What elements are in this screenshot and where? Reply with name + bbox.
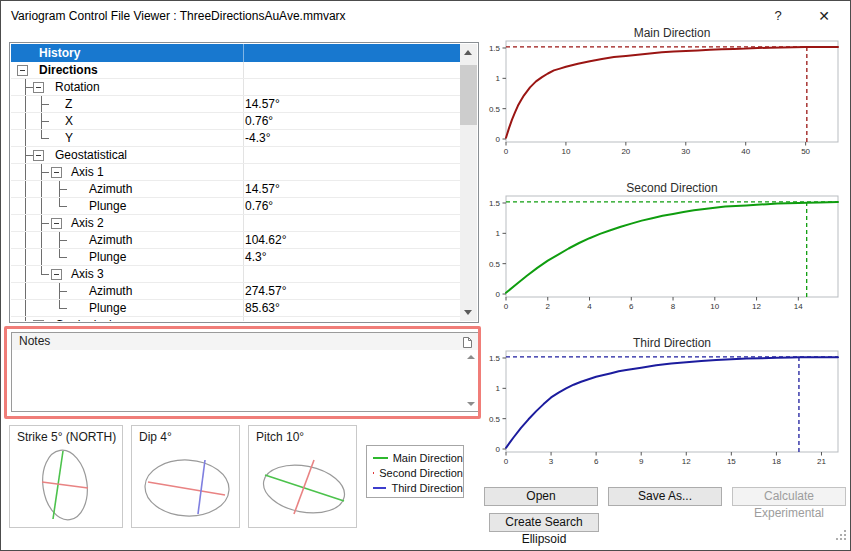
collapse-toggle-icon[interactable] bbox=[33, 320, 44, 321]
collapse-toggle-icon[interactable] bbox=[51, 269, 62, 280]
svg-text:1: 1 bbox=[496, 74, 501, 83]
tree-item-label: Axis 3 bbox=[71, 267, 104, 281]
tree-connector-line bbox=[60, 308, 67, 309]
variogram-dialog: { "window": { "title": "Variogram Contro… bbox=[0, 0, 851, 551]
tree-row[interactable]: Directions bbox=[11, 62, 460, 79]
resize-grip[interactable] bbox=[835, 529, 847, 541]
main-axis-line bbox=[265, 475, 344, 501]
svg-text:4: 4 bbox=[587, 302, 592, 311]
notes-panel: Notes bbox=[11, 332, 479, 412]
legend-label: Third Direction bbox=[391, 482, 463, 494]
tree-connector-line bbox=[41, 181, 42, 197]
svg-text:1.5: 1.5 bbox=[489, 354, 501, 363]
tree-row[interactable]: Azimuth104.62° bbox=[11, 232, 460, 249]
legend-line-swatch bbox=[373, 457, 388, 459]
tree-connector-line bbox=[25, 300, 26, 316]
svg-text:2: 2 bbox=[546, 302, 551, 311]
tree-row[interactable]: Geological bbox=[11, 317, 460, 321]
tree-row[interactable]: Plunge0.76° bbox=[11, 198, 460, 215]
legend-item: Second Direction bbox=[373, 465, 463, 480]
tree-connector-line bbox=[25, 215, 26, 231]
tree-row[interactable]: Azimuth14.57° bbox=[11, 181, 460, 198]
tree-connector-line bbox=[25, 266, 26, 282]
scroll-down-arrow-icon[interactable] bbox=[460, 304, 477, 321]
tree-row[interactable]: X0.76° bbox=[11, 113, 460, 130]
svg-text:0: 0 bbox=[504, 147, 509, 156]
tree-connector-line bbox=[42, 104, 49, 105]
tree-row[interactable]: Geostatistical bbox=[11, 147, 460, 164]
collapse-toggle-icon[interactable] bbox=[17, 65, 28, 76]
tree-item-label: Rotation bbox=[55, 80, 100, 94]
notes-header: Notes bbox=[12, 333, 478, 351]
variogram-chart-3: Third Direction00.511.5036912151821 bbox=[479, 335, 847, 470]
tree-row[interactable]: Rotation bbox=[11, 79, 460, 96]
svg-text:6: 6 bbox=[629, 302, 634, 311]
tree-connector-line bbox=[41, 198, 42, 214]
tree-item-label: Plunge bbox=[89, 301, 126, 315]
svg-text:3: 3 bbox=[549, 457, 554, 466]
legend-line-swatch bbox=[373, 487, 386, 489]
second-axis-line bbox=[294, 460, 314, 514]
tree-scrollbar[interactable] bbox=[460, 44, 477, 321]
tree-connector-line bbox=[60, 257, 67, 258]
history-tree[interactable]: History DirectionsRotationZ14.57°X0.76°Y… bbox=[9, 42, 479, 323]
notes-title: Notes bbox=[19, 334, 50, 348]
tree-item-value: 274.57° bbox=[245, 284, 287, 298]
tree-row[interactable]: Y-4.3° bbox=[11, 130, 460, 147]
svg-text:0.5: 0.5 bbox=[489, 105, 501, 114]
notes-scroll-up-icon[interactable] bbox=[467, 355, 475, 359]
collapse-toggle-icon[interactable] bbox=[51, 218, 62, 229]
tree-row[interactable]: Axis 3 bbox=[11, 266, 460, 283]
notes-text-area[interactable] bbox=[12, 350, 478, 411]
header-column-divider bbox=[243, 44, 244, 62]
collapse-toggle-icon[interactable] bbox=[33, 82, 44, 93]
tree-scrollbar-thumb[interactable] bbox=[460, 65, 477, 125]
tree-row[interactable]: Plunge85.63° bbox=[11, 300, 460, 317]
open-button[interactable]: Open bbox=[484, 487, 598, 506]
third-axis-line bbox=[198, 460, 205, 514]
tree-row[interactable]: Axis 1 bbox=[11, 164, 460, 181]
tree-item-label: Axis 2 bbox=[71, 216, 104, 230]
tree-connector-line bbox=[25, 317, 26, 321]
svg-text:0.5: 0.5 bbox=[489, 260, 501, 269]
tree-connector-line bbox=[25, 232, 26, 248]
second-axis-line bbox=[148, 482, 225, 495]
tree-row[interactable]: Plunge4.3° bbox=[11, 249, 460, 266]
svg-text:8: 8 bbox=[671, 302, 676, 311]
tree-item-label: Z bbox=[65, 97, 72, 111]
scroll-up-arrow-icon[interactable] bbox=[460, 44, 477, 61]
svg-text:1: 1 bbox=[496, 229, 501, 238]
chart-title: Third Direction bbox=[633, 336, 711, 350]
tree-connector-line bbox=[42, 138, 49, 139]
tree-connector-line bbox=[25, 283, 26, 299]
tree-item-label: Axis 1 bbox=[71, 165, 104, 179]
svg-text:0: 0 bbox=[496, 290, 501, 299]
tree-connector-line bbox=[42, 172, 49, 173]
collapse-toggle-icon[interactable] bbox=[51, 167, 62, 178]
tree-connector-line bbox=[60, 189, 67, 190]
ellipse-panel: Dip 4° bbox=[131, 425, 240, 528]
save-as-button[interactable]: Save As... bbox=[608, 487, 722, 506]
svg-text:15: 15 bbox=[727, 457, 736, 466]
collapse-toggle-icon[interactable] bbox=[33, 150, 44, 161]
tree-connector-line bbox=[60, 206, 67, 207]
window-title: Variogram Control File Viewer : ThreeDir… bbox=[11, 9, 346, 23]
tree-connector-line bbox=[60, 291, 67, 292]
tree-row[interactable]: Azimuth274.57° bbox=[11, 283, 460, 300]
tree-connector-line bbox=[41, 249, 42, 265]
svg-text:10: 10 bbox=[710, 302, 719, 311]
tree-item-value: 104.62° bbox=[245, 233, 287, 247]
tree-item-value: 85.63° bbox=[245, 301, 280, 315]
history-tree-rows: DirectionsRotationZ14.57°X0.76°Y-4.3°Geo… bbox=[11, 62, 460, 321]
tree-connector-line bbox=[25, 96, 26, 112]
tree-row[interactable]: Z14.57° bbox=[11, 96, 460, 113]
tree-item-value: 0.76° bbox=[245, 199, 273, 213]
history-tree-header: History bbox=[11, 44, 460, 62]
tree-connector-line bbox=[26, 87, 33, 88]
create-search-ellipsoid-button[interactable]: Create Search Ellipsoid bbox=[489, 513, 599, 532]
notes-scroll-down-icon[interactable] bbox=[467, 402, 475, 406]
tree-item-value: 0.76° bbox=[245, 114, 273, 128]
svg-text:0: 0 bbox=[496, 445, 501, 454]
tree-row[interactable]: Axis 2 bbox=[11, 215, 460, 232]
second-axis-line bbox=[42, 482, 88, 488]
